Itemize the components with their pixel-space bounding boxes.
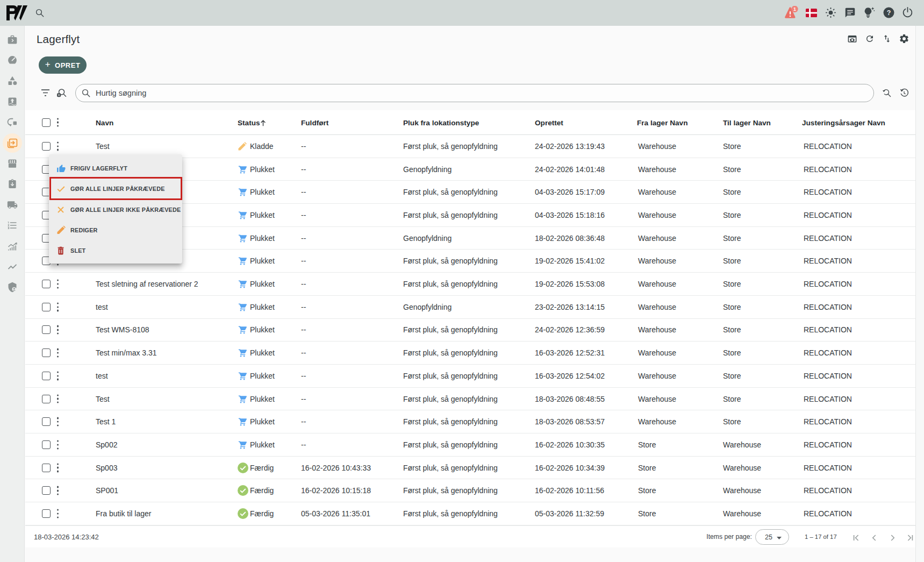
svg-text:?: ? [887, 9, 891, 17]
svg-text:1: 1 [793, 6, 796, 12]
